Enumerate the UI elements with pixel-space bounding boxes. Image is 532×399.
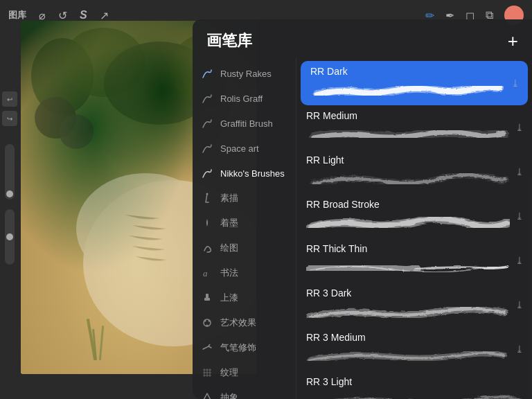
airbrush-icon xyxy=(201,342,213,354)
brush-info-rr-light: RR Light xyxy=(306,154,510,190)
category-rolis-graff[interactable]: Rolis Graff xyxy=(193,86,296,111)
brush-item-rr-medium[interactable]: RR Medium xyxy=(296,105,532,150)
rusty-rakes-label: Rusty Rakes xyxy=(220,69,272,79)
artistic-icon xyxy=(201,317,213,329)
brush-info-rr-thick-thin: RR Thick Thin xyxy=(306,243,510,278)
brush-item-rr-3-medium[interactable]: RR 3 Medium xyxy=(296,327,532,371)
gallery-button[interactable]: 图库 xyxy=(8,9,26,21)
left-panel: ↩ ↪ xyxy=(0,30,19,399)
graffiti-brush-label: Graffiti Brush xyxy=(220,118,273,129)
brush-item-rr-thick-thin[interactable]: RR Thick Thin xyxy=(296,238,532,283)
brush-item-rr-3-dark[interactable]: RR 3 Dark xyxy=(296,283,532,327)
brush-item-rr-dark[interactable]: RR Dark xyxy=(301,61,528,105)
brush-preview-rr-thick-thin xyxy=(306,256,510,278)
calligraphy-label: 书法 xyxy=(220,267,238,279)
undo-button[interactable]: ↩ xyxy=(2,91,17,107)
svg-rect-14 xyxy=(204,298,210,301)
brush-preview-rr-3-light xyxy=(306,389,524,400)
brush-size-slider[interactable] xyxy=(5,144,15,200)
category-airbrush[interactable]: 气笔修饰 xyxy=(193,335,296,360)
brush-panel: 画笔库 + Rusty Rakes Rolis Graff xyxy=(193,19,532,399)
arrow-icon[interactable]: ↗ xyxy=(100,9,109,22)
brush-panel-body: Rusty Rakes Rolis Graff Graffiti Brush S… xyxy=(193,58,532,399)
svg-point-16 xyxy=(204,320,206,322)
draw-label: 绘图 xyxy=(220,242,238,254)
brush-name-rr-3-medium: RR 3 Medium xyxy=(306,332,510,343)
brush-preview-rr-light xyxy=(306,168,510,190)
texture-label: 纹理 xyxy=(220,366,238,379)
brush-item-rr-3-light[interactable]: RR 3 Light xyxy=(296,371,532,399)
panel-add-button[interactable]: + xyxy=(508,32,518,50)
redo-button[interactable]: ↪ xyxy=(2,111,17,126)
rolis-graff-label: Rolis Graff xyxy=(220,94,263,104)
download-icon-rr-thick-thin: ⤓ xyxy=(515,255,524,266)
space-art-icon xyxy=(201,142,213,154)
category-graffiti-brush[interactable]: Graffiti Brush xyxy=(193,111,296,136)
download-icon-rr-dark: ⤓ xyxy=(511,78,520,89)
brush-preview-rr-3-medium xyxy=(306,345,510,367)
download-icon-rr-3-dark: ⤓ xyxy=(515,299,524,310)
brush-item-rr-light[interactable]: RR Light xyxy=(296,150,532,194)
category-nikkos-brushes[interactable]: Nikko's Brushes xyxy=(193,161,296,186)
category-rusty-rakes[interactable]: Rusty Rakes xyxy=(193,61,296,86)
category-texture[interactable]: 纹理 xyxy=(193,360,296,385)
rolis-graff-icon xyxy=(201,92,213,105)
ink-icon xyxy=(201,217,213,229)
sketch-icon xyxy=(201,192,213,204)
brush-name-rr-broad-stroke: RR Broad Stroke xyxy=(306,199,510,210)
brush-panel-header: 画笔库 + xyxy=(193,19,532,58)
brush-name-rr-dark: RR Dark xyxy=(310,66,506,77)
abstract-label: 抽象 xyxy=(220,391,238,399)
abstract-icon xyxy=(201,391,213,399)
download-icon-rr-medium: ⤓ xyxy=(515,122,524,133)
graffiti-brush-icon xyxy=(201,117,213,130)
category-abstract[interactable]: 抽象 xyxy=(193,385,296,399)
brush-item-rr-broad-stroke[interactable]: RR Broad Stroke xyxy=(296,194,532,238)
airbrush-label: 气笔修饰 xyxy=(220,342,256,354)
ink-label: 着墨 xyxy=(220,217,238,229)
download-icon-rr-light: ⤓ xyxy=(515,166,524,177)
category-draw[interactable]: 绘图 xyxy=(193,236,296,260)
draw-icon xyxy=(201,242,213,254)
category-ink[interactable]: 着墨 xyxy=(193,211,296,236)
category-artistic[interactable]: 艺术效果 xyxy=(193,310,296,335)
category-list: Rusty Rakes Rolis Graff Graffiti Brush S… xyxy=(193,58,296,399)
download-icon-rr-broad-stroke: ⤓ xyxy=(515,211,524,222)
artistic-label: 艺术效果 xyxy=(220,317,256,329)
brush-info-rr-broad-stroke: RR Broad Stroke xyxy=(306,199,510,234)
panel-title: 画笔库 xyxy=(206,30,252,51)
category-sketch[interactable]: 素描 xyxy=(193,186,296,211)
brush-info-rr-medium: RR Medium xyxy=(306,110,510,145)
svg-text:a: a xyxy=(203,268,208,278)
brush-preview-rr-3-dark xyxy=(306,301,510,323)
brush-name-rr-3-light: RR 3 Light xyxy=(306,376,524,387)
text-icon[interactable]: S xyxy=(80,9,87,21)
brush-info-rr-3-medium: RR 3 Medium xyxy=(306,332,510,367)
svg-point-11 xyxy=(206,193,209,195)
rusty-rakes-icon xyxy=(201,67,213,80)
brush-info-rr-dark: RR Dark xyxy=(310,66,506,101)
download-icon-rr-3-medium: ⤓ xyxy=(515,344,524,355)
category-calligraphy[interactable]: a 书法 xyxy=(193,260,296,285)
svg-rect-9 xyxy=(99,326,104,360)
paint-label: 上漆 xyxy=(220,292,238,304)
calligraphy-icon: a xyxy=(201,267,213,279)
brush-name-rr-thick-thin: RR Thick Thin xyxy=(306,243,510,254)
paint-icon xyxy=(201,292,213,304)
modify-icon[interactable]: ⌀ xyxy=(39,9,46,22)
sketch-label: 素描 xyxy=(220,192,238,204)
nikkos-brushes-label: Nikko's Brushes xyxy=(220,168,285,179)
brush-name-rr-light: RR Light xyxy=(306,154,510,166)
brush-list: RR Dark xyxy=(296,58,532,399)
category-paint[interactable]: 上漆 xyxy=(193,285,296,310)
nikkos-brushes-icon xyxy=(201,167,213,179)
brush-name-rr-3-dark: RR 3 Dark xyxy=(306,287,510,299)
category-space-art[interactable]: Space art xyxy=(193,136,296,161)
transform-icon[interactable]: ↺ xyxy=(58,9,67,22)
opacity-slider[interactable] xyxy=(5,209,15,265)
brush-preview-rr-medium xyxy=(306,123,510,145)
texture-icon xyxy=(201,366,213,379)
brush-info-rr-3-dark: RR 3 Dark xyxy=(306,287,510,323)
brush-name-rr-medium: RR Medium xyxy=(306,110,510,121)
space-art-label: Space art xyxy=(220,143,259,154)
